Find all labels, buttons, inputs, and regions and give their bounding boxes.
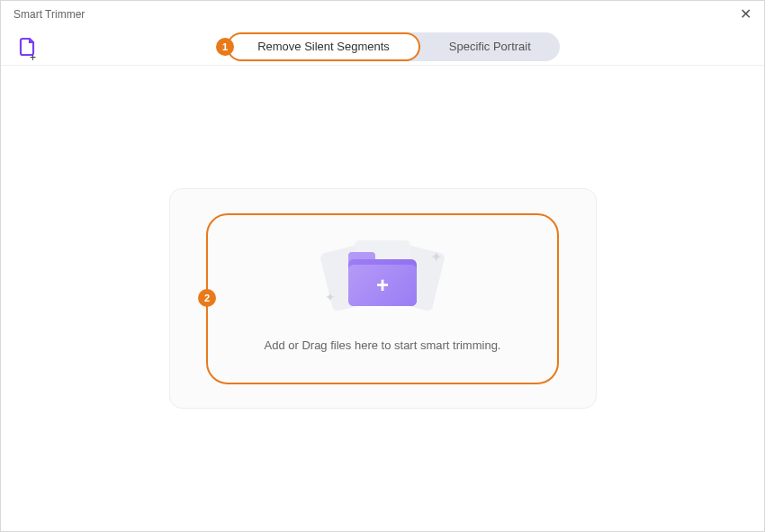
toolbar: + 1 Remove Silent Segments Specific Port… [1, 28, 764, 66]
tab-remove-silent-segments[interactable]: Remove Silent Segments [227, 32, 420, 61]
file-dropzone[interactable]: 2 ✦ ✦ + Add or Drag files here to [206, 213, 559, 384]
close-icon[interactable]: ✕ [740, 5, 752, 23]
dropzone-text: Add or Drag files here to start smart tr… [265, 338, 501, 352]
tab-specific-portrait[interactable]: Specific Portrait [420, 32, 560, 61]
tab-label: Remove Silent Segments [257, 40, 390, 53]
smart-trimmer-window: Smart Trimmer ✕ + 1 Remove Silent Segmen… [0, 0, 765, 532]
plus-icon: + [376, 273, 389, 298]
titlebar: Smart Trimmer ✕ [1, 1, 764, 28]
tabs-container: 1 Remove Silent Segments Specific Portra… [39, 32, 748, 61]
dropzone-panel: 2 ✦ ✦ + Add or Drag files here to [169, 188, 597, 409]
mode-tabs: 1 Remove Silent Segments Specific Portra… [227, 32, 560, 61]
step-2-badge: 2 [198, 289, 216, 307]
sparkle-icon: ✦ [325, 290, 336, 304]
folder-icon: + [348, 256, 417, 306]
plus-badge-icon: + [30, 51, 36, 64]
step-1-badge: 1 [216, 38, 234, 56]
sparkle-icon: ✦ [430, 248, 442, 266]
folder-illustration: ✦ ✦ + [328, 245, 436, 317]
window-title: Smart Trimmer [14, 8, 85, 21]
tab-label: Specific Portrait [449, 40, 531, 53]
main-content: 2 ✦ ✦ + Add or Drag files here to [1, 66, 764, 531]
